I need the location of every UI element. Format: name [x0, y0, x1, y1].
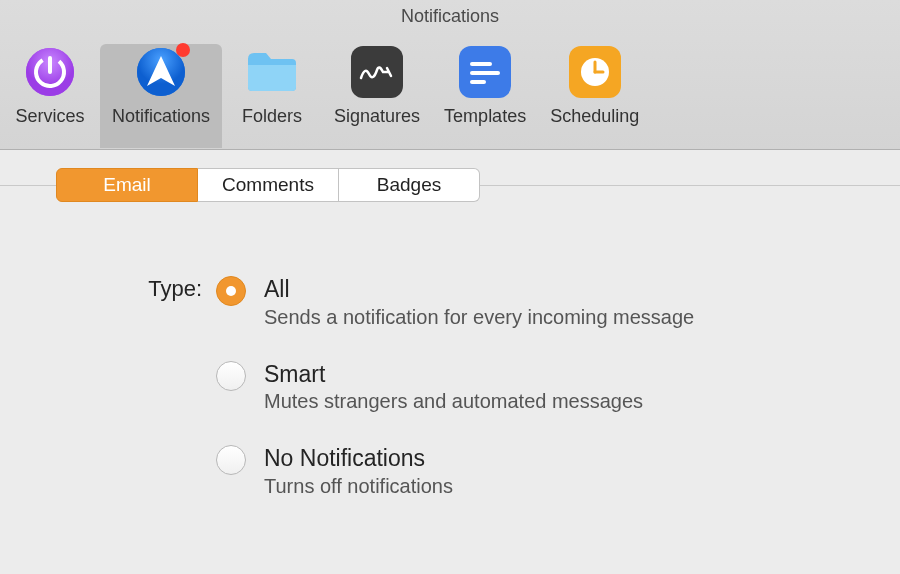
sub-tabs: Email Comments Badges [56, 168, 480, 202]
radio-title: All [264, 276, 694, 304]
content-area: Email Comments Badges Type: All Sends a … [0, 168, 900, 498]
type-option-smart[interactable]: Smart Mutes strangers and automated mess… [202, 361, 694, 414]
type-label: Type: [114, 276, 202, 302]
folders-icon [244, 44, 300, 100]
toolbar-label: Templates [444, 106, 526, 127]
radio-desc: Turns off notifications [264, 475, 453, 498]
toolbar-tab-templates[interactable]: Templates [432, 44, 538, 148]
subtab-email[interactable]: Email [56, 168, 198, 202]
radio-desc: Sends a notification for every incoming … [264, 306, 694, 329]
subtab-comments[interactable]: Comments [198, 168, 339, 202]
subtab-badges[interactable]: Badges [339, 168, 480, 202]
toolbar-label: Services [15, 106, 84, 127]
services-icon [22, 44, 78, 100]
radio-button-icon [216, 445, 246, 475]
type-option-all[interactable]: All Sends a notification for every incom… [202, 276, 694, 329]
preferences-toolbar: Notifications Services [0, 0, 900, 150]
type-option-none[interactable]: No Notifications Turns off notifications [202, 445, 694, 498]
radio-desc: Mutes strangers and automated messages [264, 390, 643, 413]
toolbar-label: Signatures [334, 106, 420, 127]
radio-title: Smart [264, 361, 643, 389]
toolbar-tab-signatures[interactable]: Signatures [322, 44, 432, 148]
type-radio-group: All Sends a notification for every incom… [202, 276, 694, 498]
signatures-icon [349, 44, 405, 100]
toolbar-tab-scheduling[interactable]: Scheduling [538, 44, 651, 148]
notifications-icon [133, 44, 189, 100]
radio-button-icon [216, 276, 246, 306]
toolbar-tab-notifications[interactable]: Notifications [100, 44, 222, 148]
scheduling-icon [567, 44, 623, 100]
templates-icon [457, 44, 513, 100]
toolbar-label: Notifications [112, 106, 210, 127]
radio-title: No Notifications [264, 445, 453, 473]
options-panel: Type: All Sends a notification for every… [0, 186, 900, 498]
toolbar-label: Scheduling [550, 106, 639, 127]
toolbar-tab-folders[interactable]: Folders [222, 44, 322, 148]
toolbar-label: Folders [242, 106, 302, 127]
window-title: Notifications [0, 6, 900, 27]
toolbar-tab-services[interactable]: Services [0, 44, 100, 148]
radio-button-icon [216, 361, 246, 391]
notification-badge-icon [176, 43, 190, 57]
